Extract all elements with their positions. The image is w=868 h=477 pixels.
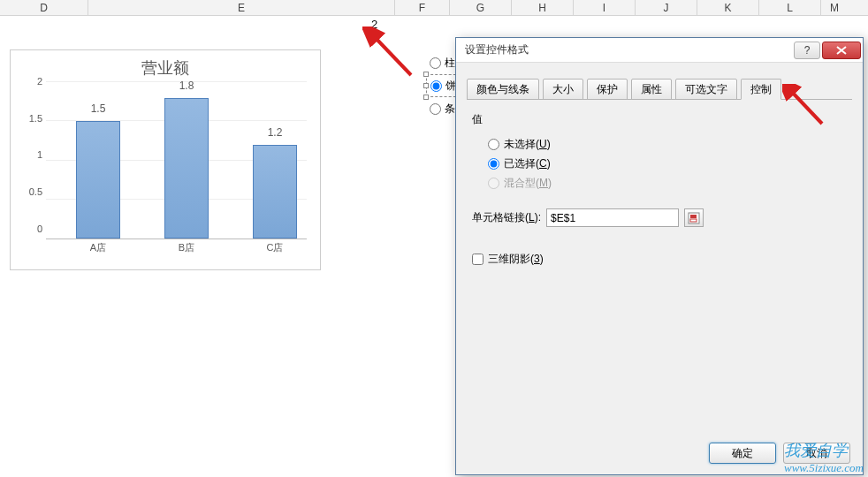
y-tick-1: 0.5 (19, 186, 42, 197)
col-m[interactable]: M (821, 0, 848, 15)
col-h[interactable]: H (512, 0, 574, 15)
shadow-row[interactable]: 三维阴影(3) (472, 252, 847, 267)
cancel-button[interactable]: 取消 (783, 443, 850, 464)
col-g[interactable]: G (450, 0, 512, 15)
tab-protection[interactable]: 保护 (587, 79, 628, 100)
shadow-label: 三维阴影(3) (488, 252, 544, 267)
value-opt-checked-label: 已选择(C) (504, 156, 551, 171)
cell-e1-value[interactable]: 2 (371, 18, 377, 31)
shadow-checkbox[interactable] (472, 254, 483, 265)
close-icon (836, 46, 847, 55)
column-headers: D E F G H I J K L M (0, 0, 868, 16)
x-label-c: C店 (248, 241, 301, 254)
sheet-radio-bar-input[interactable] (430, 103, 441, 115)
chart-grid: 1.5 A店 1.8 B店 1.2 C店 (46, 82, 307, 239)
help-button[interactable]: ? (794, 42, 820, 59)
value-opt-unchecked[interactable]: 未选择(U) (488, 134, 847, 154)
tab-alt-text[interactable]: 可选文字 (675, 79, 737, 100)
bar-label-a: 1.5 (72, 102, 125, 115)
dialog-body: 值 未选择(U) 已选择(C) 混合型(M) 单元格链接(L): (456, 100, 863, 279)
bar-a (76, 121, 120, 238)
dialog-titlebar[interactable]: 设置控件格式 ? (456, 38, 863, 63)
range-picker-icon (688, 212, 700, 224)
cell-link-label: 单元格链接(L): (472, 210, 541, 225)
y-tick-3: 1.5 (19, 113, 42, 124)
col-f[interactable]: F (395, 0, 450, 15)
y-tick-2: 1 (19, 149, 42, 160)
svg-line-0 (373, 35, 411, 75)
tab-control[interactable]: 控制 (741, 79, 781, 100)
value-opt-unchecked-input[interactable] (488, 139, 499, 150)
sheet-radio-column-input[interactable] (430, 57, 441, 69)
col-l[interactable]: L (759, 0, 821, 15)
value-opt-mixed: 混合型(M) (488, 173, 847, 193)
sheet-radio-pie-input[interactable] (430, 80, 442, 92)
x-label-a: A店 (72, 241, 125, 254)
bar-label-b: 1.8 (160, 80, 213, 92)
col-j[interactable]: J (636, 0, 697, 15)
y-tick-0: 0 (19, 223, 42, 234)
value-options: 未选择(U) 已选择(C) 混合型(M) (472, 134, 847, 193)
cell-link-row: 单元格链接(L): (472, 208, 847, 227)
dialog-title: 设置控件格式 (465, 42, 792, 57)
chart[interactable]: 营业额 1.5 A店 1.8 B店 1.2 C店 0 0.5 1 1.5 2 (10, 49, 321, 270)
bar-c (253, 145, 297, 238)
chart-title: 营业额 (11, 50, 320, 82)
chart-body: 1.5 A店 1.8 B店 1.2 C店 0 0.5 1 1.5 2 (19, 82, 311, 250)
tab-colors-lines[interactable]: 颜色与线条 (467, 79, 539, 100)
value-opt-mixed-input (488, 178, 499, 189)
dialog-tabs: 颜色与线条 大小 保护 属性 可选文字 控制 (456, 63, 863, 100)
value-opt-mixed-label: 混合型(M) (504, 176, 552, 191)
bar-label-c: 1.2 (248, 126, 301, 139)
value-opt-unchecked-label: 未选择(U) (504, 137, 551, 152)
col-e[interactable]: E (88, 0, 395, 15)
tab-size[interactable]: 大小 (543, 79, 583, 100)
col-d[interactable]: D (0, 0, 88, 15)
value-opt-checked-input[interactable] (488, 158, 499, 170)
bar-b (164, 98, 209, 238)
close-button[interactable] (822, 42, 861, 59)
value-group-label: 值 (472, 112, 847, 127)
ok-button[interactable]: 确定 (709, 443, 776, 464)
format-control-dialog: 设置控件格式 ? 颜色与线条 大小 保护 属性 可选文字 控制 值 未选择(U)… (455, 37, 864, 475)
x-label-b: B店 (160, 241, 213, 254)
value-opt-checked[interactable]: 已选择(C) (488, 154, 847, 173)
col-k[interactable]: K (697, 0, 759, 15)
dialog-actions: 确定 取消 (709, 443, 850, 464)
cell-link-input[interactable] (546, 208, 679, 227)
svg-rect-2 (690, 215, 697, 218)
col-i[interactable]: I (574, 0, 636, 15)
tab-properties[interactable]: 属性 (631, 79, 672, 100)
annotation-arrow-1 (362, 26, 424, 88)
y-tick-4: 2 (19, 76, 42, 87)
range-picker-button[interactable] (684, 208, 704, 227)
